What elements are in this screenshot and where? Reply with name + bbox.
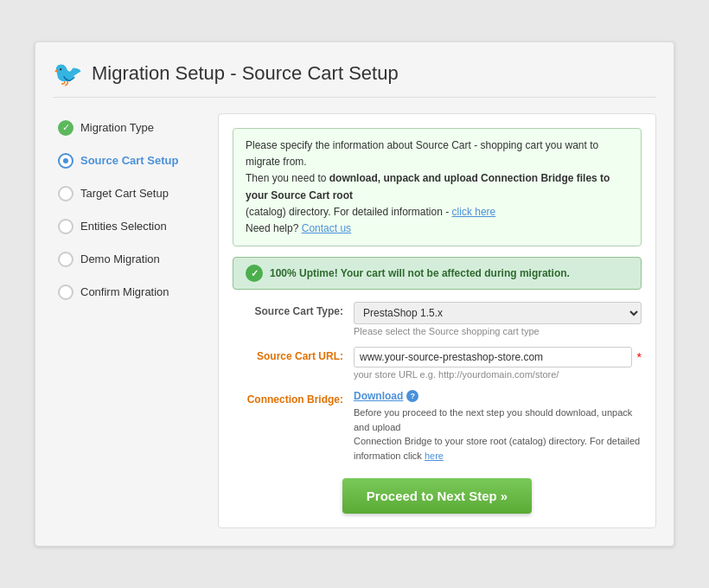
need-help-text: Need help?	[246, 222, 298, 234]
info-line3: (catalog) directory. For detailed inform…	[246, 206, 495, 218]
contact-us-link[interactable]: Contact us	[302, 222, 351, 234]
required-star: *	[637, 350, 642, 364]
sidebar-item-source-cart-setup[interactable]: Source Cart Setup	[53, 146, 204, 176]
content-area: ✓ Migration Type Source Cart Setup Targe…	[53, 113, 656, 528]
connection-bridge-row: Connection Bridge: Download ? Before you…	[233, 390, 642, 463]
sidebar-label-confirm-migration: Confirm Migration	[80, 285, 169, 298]
help-icon[interactable]: ?	[406, 390, 418, 402]
page-container: 🐦 Migration Setup - Source Cart Setup ✓ …	[35, 42, 674, 546]
source-cart-type-row: Source Cart Type: PrestaShop 1.5.x Pleas…	[233, 302, 642, 336]
sidebar-item-confirm-migration[interactable]: Confirm Migration	[53, 278, 204, 307]
connection-bridge-label: Connection Bridge:	[233, 390, 354, 406]
info-box: Please specify the information about Sou…	[233, 128, 642, 246]
uptime-box: ✓ 100% Uptime! Your cart will not be aff…	[233, 257, 642, 290]
sidebar-item-target-cart-setup[interactable]: Target Cart Setup	[53, 179, 204, 208]
sidebar-item-demo-migration[interactable]: Demo Migration	[53, 245, 204, 274]
uptime-icon: ✓	[246, 265, 263, 282]
source-cart-url-input[interactable]	[354, 347, 632, 368]
sidebar-label-target-cart-setup: Target Cart Setup	[80, 187, 169, 200]
source-cart-type-wrap: PrestaShop 1.5.x Please select the Sourc…	[354, 302, 642, 336]
source-cart-url-label: Source Cart URL:	[233, 347, 354, 362]
sidebar-item-entities-selection[interactable]: Entities Selection	[53, 212, 204, 241]
uptime-text: 100% Uptime! Your cart will not be affec…	[270, 267, 570, 279]
sidebar: ✓ Migration Type Source Cart Setup Targe…	[53, 113, 204, 528]
page-header: 🐦 Migration Setup - Source Cart Setup	[53, 60, 656, 98]
bird-icon: 🐦	[53, 60, 83, 88]
source-cart-type-label: Source Cart Type:	[233, 302, 354, 317]
source-cart-url-wrap: * your store URL e.g. http://yourdomain.…	[354, 347, 642, 380]
proceed-button[interactable]: Proceed to Next Step »	[342, 478, 532, 514]
step-icon-source-cart-setup	[58, 153, 73, 169]
connection-bridge-wrap: Download ? Before you proceed to the nex…	[354, 390, 642, 463]
sidebar-label-demo-migration: Demo Migration	[80, 252, 160, 265]
step-icon-target-cart-setup	[58, 186, 73, 201]
bridge-info-line1: Before you proceed to the next step you …	[354, 407, 632, 432]
step-icon-demo-migration	[58, 252, 73, 267]
info-line1: Please specify the information about Sou…	[246, 139, 598, 168]
info-line2: Then you need to download, unpack and up…	[246, 172, 610, 201]
step-icon-migration-type: ✓	[58, 120, 73, 136]
download-link[interactable]: Download	[354, 390, 403, 402]
source-cart-url-row: Source Cart URL: * your store URL e.g. h…	[233, 347, 642, 380]
click-here-link[interactable]: click here	[452, 206, 496, 218]
sidebar-label-entities-selection: Entities Selection	[80, 220, 167, 233]
step-icon-confirm-migration	[58, 284, 73, 300]
main-panel: Please specify the information about Sou…	[218, 113, 656, 528]
page-title: Migration Setup - Source Cart Setup	[92, 62, 399, 85]
bridge-info: Before you proceed to the next step you …	[354, 406, 642, 463]
step-icon-entities-selection	[58, 219, 73, 234]
url-input-wrap: *	[354, 347, 642, 368]
sidebar-item-migration-type[interactable]: ✓ Migration Type	[53, 113, 204, 143]
bridge-here-link[interactable]: here	[425, 451, 444, 461]
source-cart-type-hint: Please select the Source shopping cart t…	[354, 326, 642, 336]
source-cart-url-hint: your store URL e.g. http://yourdomain.co…	[354, 369, 642, 380]
source-cart-type-select[interactable]: PrestaShop 1.5.x	[354, 302, 642, 324]
sidebar-label-source-cart-setup: Source Cart Setup	[80, 154, 178, 167]
sidebar-label-migration-type: Migration Type	[80, 121, 154, 134]
bridge-section: Download ?	[354, 390, 642, 402]
proceed-btn-wrap: Proceed to Next Step »	[233, 478, 642, 514]
bridge-info-line2: Connection Bridge to your store root (ca…	[354, 436, 640, 461]
